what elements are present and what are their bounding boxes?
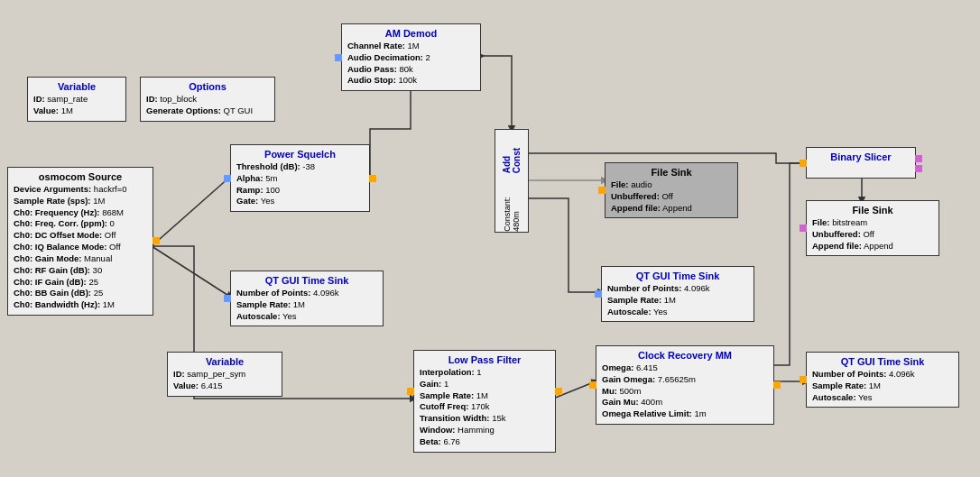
low-pass-filter-title: Low Pass Filter <box>420 354 550 365</box>
power-squelch-title: Power Squelch <box>236 149 364 160</box>
svg-line-3 <box>152 246 230 297</box>
binary-slicer-block: Binary Slicer <box>806 147 916 179</box>
osmocom-content: Device Arguments: hackrf=0 Sample Rate (… <box>14 184 147 311</box>
qt-time-sink1-port-left <box>224 295 231 302</box>
add-const-port-right1 <box>528 157 529 164</box>
qt-time-sink1-title: QT GUI Time Sink <box>236 275 377 286</box>
binary-slicer-port-left <box>800 160 807 167</box>
options-block: Options ID: top_block Generate Options: … <box>140 77 275 122</box>
qt-time-sink3-port-left <box>800 376 807 383</box>
file-sink2-block: File Sink File: bitstream Unbuffered: Of… <box>806 200 939 256</box>
clock-recovery-port-right <box>773 381 781 389</box>
file-sink1-title: File Sink <box>611 167 732 178</box>
clock-recovery-title: Clock Recovery MM <box>602 350 768 361</box>
options-content: ID: top_block Generate Options: QT GUI <box>146 94 269 117</box>
qt-time-sink1-block: QT GUI Time Sink Number of Points: 4.096… <box>230 271 384 326</box>
options-title: Options <box>146 81 269 92</box>
power-squelch-content: Threshold (dB): -38 Alpha: 5m Ramp: 100 … <box>236 161 364 207</box>
qt-time-sink2-title: QT GUI Time Sink <box>607 271 748 281</box>
am-demod-title: AM Demod <box>347 28 475 39</box>
low-pass-filter-port-left <box>407 388 414 395</box>
qt-time-sink3-content: Number of Points: 4.096k Sample Rate: 1M… <box>812 369 953 403</box>
am-demod-content: Channel Rate: 1M Audio Decimation: 2 Aud… <box>347 41 475 87</box>
variable1-content: ID: samp_rate Value: 1M <box>33 94 120 117</box>
am-demod-block: AM Demod Channel Rate: 1M Audio Decimati… <box>341 23 481 91</box>
add-const-title: Add Const <box>502 130 522 173</box>
low-pass-filter-port-right <box>555 388 562 395</box>
clock-recovery-block: Clock Recovery MM Omega: 6.415 Gain Omeg… <box>596 345 774 425</box>
am-demod-port-left <box>335 54 342 61</box>
qt-time-sink2-content: Number of Points: 4.096k Sample Rate: 1M… <box>607 283 748 317</box>
power-squelch-port-right <box>369 175 376 182</box>
osmocom-port-right <box>153 237 160 244</box>
variable2-title: Variable <box>173 356 276 367</box>
file-sink2-content: File: bitstream Unbuffered: Off Append f… <box>812 217 933 252</box>
add-const-port-top <box>508 129 515 130</box>
file-sink1-port-left <box>598 187 606 194</box>
osmocom-title: osmocom Source <box>14 171 147 182</box>
variable2-block: Variable ID: samp_per_sym Value: 6.415 <box>167 352 282 397</box>
low-pass-filter-block: Low Pass Filter Interpolation: 1 Gain: 1… <box>413 350 556 453</box>
file-sink1-content: File: audio Unbuffered: Off Append file:… <box>611 179 732 214</box>
qt-time-sink1-content: Number of Points: 4.096k Sample Rate: 1M… <box>236 288 377 322</box>
qt-time-sink3-title: QT GUI Time Sink <box>812 356 953 367</box>
binary-slicer-title: Binary Slicer <box>812 151 910 162</box>
qt-time-sink2-port-left <box>595 290 602 298</box>
add-const-port-right2 <box>528 192 529 199</box>
binary-slicer-port-right2 <box>915 165 922 172</box>
osmocom-source-block: osmocom Source Device Arguments: hackrf=… <box>7 167 153 316</box>
file-sink1-block: File Sink File: audio Unbuffered: Off Ap… <box>605 162 738 218</box>
file-sink2-title: File Sink <box>812 205 933 216</box>
power-squelch-block: Power Squelch Threshold (dB): -38 Alpha:… <box>230 144 370 212</box>
clock-recovery-content: Omega: 6.415 Gain Omega: 7.65625m Mu: 50… <box>602 362 768 420</box>
binary-slicer-port-right1 <box>915 155 922 162</box>
clock-recovery-port-left <box>589 381 596 389</box>
variable1-title: Variable <box>33 81 120 92</box>
qt-time-sink3-block: QT GUI Time Sink Number of Points: 4.096… <box>806 352 959 408</box>
svg-line-2 <box>152 177 230 246</box>
add-const-constant: Constant: 480m <box>503 177 521 232</box>
add-const-port-bottom <box>508 232 515 233</box>
variable1-block: Variable ID: samp_rate Value: 1M <box>27 77 126 122</box>
file-sink2-port-left <box>800 225 807 232</box>
qt-time-sink2-block: QT GUI Time Sink Number of Points: 4.096… <box>601 266 754 322</box>
power-squelch-port-left <box>224 175 231 182</box>
add-const-block: Add Const Constant: 480m <box>495 129 529 233</box>
low-pass-filter-content: Interpolation: 1 Gain: 1 Sample Rate: 1M… <box>420 367 550 448</box>
variable2-content: ID: samp_per_sym Value: 6.415 <box>173 369 276 392</box>
